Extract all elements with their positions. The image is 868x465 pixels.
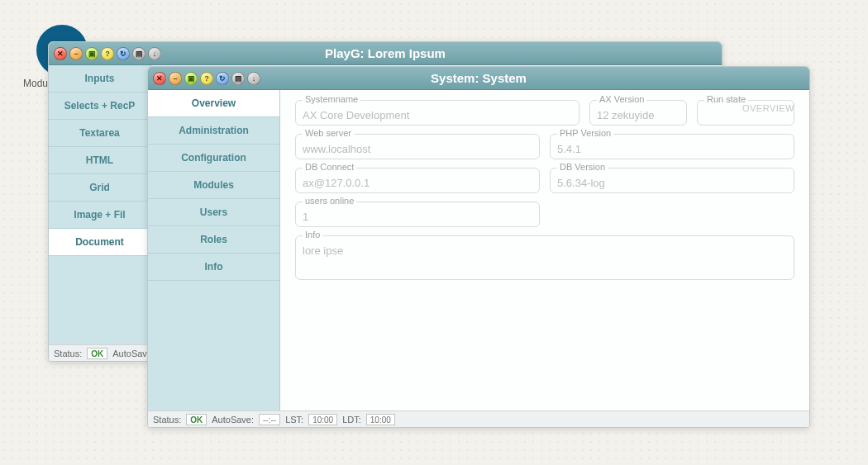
field-users-online: users online 1 (295, 202, 540, 227)
field-label: DB Connect (303, 162, 356, 172)
field-db-connect: DB Connect ax@127.0.0.1 (295, 168, 540, 193)
minimize-icon[interactable]: – (169, 72, 182, 85)
titlebar[interactable]: ✕ – ▣ ? ↻ ▤ ↓ PlayG: Lorem Ipsum (49, 42, 722, 65)
field-value: lore ipse (303, 244, 787, 257)
refresh-icon[interactable]: ↻ (117, 47, 130, 60)
minimize-icon[interactable]: – (69, 47, 83, 60)
autosave-value: --:-- (259, 414, 280, 425)
field-info: Info lore ipse (295, 235, 794, 280)
sidebar-item-grid[interactable]: Grid (49, 174, 150, 202)
status-value: OK (87, 348, 107, 359)
field-label: DB Version (557, 162, 608, 172)
sidebar-item-image[interactable]: Image + Fil (49, 202, 150, 229)
help-icon[interactable]: ? (101, 47, 114, 60)
sidebar-item-administration[interactable]: Administration (148, 117, 279, 145)
sidebar-item-modules[interactable]: Modules (148, 172, 279, 199)
list-icon[interactable]: ▤ (132, 47, 145, 60)
status-value: OK (186, 414, 207, 425)
field-web-server: Web server www.localhost (295, 134, 540, 159)
field-run-state: Run state (697, 100, 794, 126)
help-icon[interactable]: ? (200, 72, 213, 85)
field-value: AX Core Development (303, 109, 572, 121)
sidebar-item-selects[interactable]: Selects + RecP (49, 93, 150, 120)
autosave-label: AutoSave: (212, 415, 254, 425)
field-value: 1 (303, 211, 532, 223)
field-label: PHP Version (557, 128, 613, 138)
cut-label: Modu (23, 78, 48, 89)
sidebar-item-users[interactable]: Users (148, 199, 279, 226)
refresh-icon[interactable]: ↻ (216, 72, 229, 85)
download-icon[interactable]: ↓ (148, 47, 161, 60)
field-value: 5.6.34-log (557, 177, 787, 189)
status-label: Status: (54, 349, 82, 358)
field-systemname: Systemname AX Core Development (295, 100, 579, 126)
sidebar: Inputs Selects + RecP Textarea HTML Grid… (49, 65, 151, 344)
sidebar-item-document[interactable]: Document (49, 229, 150, 256)
field-label: Systemname (303, 94, 360, 104)
ldt-label: LDT: (342, 415, 361, 425)
sidebar-item-overview[interactable]: Overview (148, 90, 279, 117)
sidebar: Overview Administration Configuration Mo… (148, 90, 280, 410)
lst-value: 10:00 (308, 414, 337, 425)
field-php-version: PHP Version 5.4.1 (550, 134, 794, 159)
field-value: 12 zekuyide (597, 109, 680, 121)
field-value: www.localhost (303, 143, 532, 155)
sidebar-item-html[interactable]: HTML (49, 147, 150, 174)
field-label: Web server (303, 128, 354, 138)
titlebar[interactable]: ✕ – ▣ ? ↻ ▤ ↓ System: System (148, 67, 809, 90)
field-label: Info (303, 230, 322, 240)
save-icon[interactable]: ▣ (85, 47, 98, 60)
field-value: ax@127.0.0.1 (303, 177, 532, 189)
field-ax-version: AX Version 12 zekuyide (589, 100, 687, 126)
save-icon[interactable]: ▣ (184, 72, 198, 85)
field-label: AX Version (597, 94, 646, 104)
main-content: OVERVIEW Systemname AX Core Development … (280, 90, 809, 410)
autosave-label: AutoSav (112, 349, 147, 358)
field-value: 5.4.1 (557, 143, 787, 155)
list-icon[interactable]: ▤ (231, 72, 245, 85)
statusbar: Status: OK AutoSave: --:-- LST: 10:00 LD… (148, 410, 809, 427)
sidebar-item-info[interactable]: Info (148, 254, 279, 281)
ldt-value: 10:00 (366, 414, 395, 425)
field-db-version: DB Version 5.6.34-log (550, 168, 794, 193)
close-icon[interactable]: ✕ (153, 72, 166, 85)
sidebar-item-roles[interactable]: Roles (148, 226, 279, 254)
sidebar-item-inputs[interactable]: Inputs (49, 65, 150, 93)
lst-label: LST: (285, 415, 303, 425)
window-system: ✕ – ▣ ? ↻ ▤ ↓ System: System Overview Ad… (147, 66, 810, 428)
sidebar-item-textarea[interactable]: Textarea (49, 120, 150, 147)
status-label: Status: (153, 415, 181, 425)
download-icon[interactable]: ↓ (247, 72, 260, 85)
close-icon[interactable]: ✕ (54, 47, 67, 60)
field-label: users online (303, 196, 356, 206)
sidebar-item-configuration[interactable]: Configuration (148, 145, 279, 172)
field-label: Run state (704, 94, 748, 104)
